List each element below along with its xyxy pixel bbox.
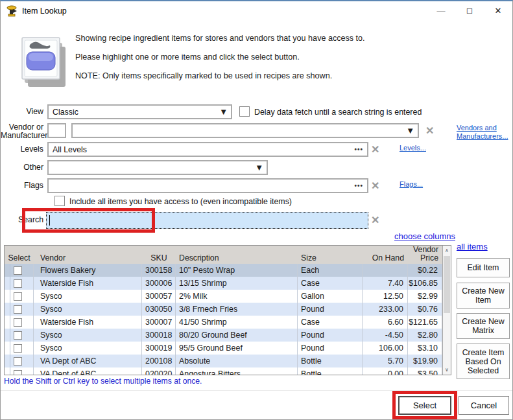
table-header[interactable]: Select Vendor SKU Description Size On Ha…	[5, 246, 451, 264]
scroll-up-icon[interactable]: ∧	[443, 246, 451, 255]
search-label: Search	[1, 215, 43, 224]
create-new-item-button[interactable]: Create New Item	[457, 283, 510, 309]
edit-item-button[interactable]: Edit Item	[457, 258, 510, 277]
cell-sku: 200108	[142, 355, 176, 368]
table-row[interactable]: Sysco 030050 3/8 Frnech Fries Pound 233.…	[5, 303, 451, 316]
cell-select	[10, 277, 34, 290]
vendors-manufacturers-link[interactable]: Vendors and Manufacturers...	[457, 124, 508, 141]
flags-label: Flags	[1, 181, 43, 190]
header-vendor-price[interactable]: VendorPrice	[408, 246, 442, 264]
table-row[interactable]: Sysco 300019 95/5 Ground Beef Pound 106.…	[5, 342, 451, 355]
cell-select	[10, 355, 34, 368]
cell-vendor-price: $2.80	[408, 329, 442, 342]
select-button[interactable]: Select	[398, 396, 451, 415]
header-sku[interactable]: SKU	[142, 246, 176, 264]
cell-select	[10, 329, 34, 342]
close-button[interactable]: ✕	[484, 1, 512, 21]
cell-vendor-price: $121.65	[408, 316, 442, 329]
flags-clear-icon[interactable]: ✕	[371, 180, 379, 192]
other-dropdown[interactable]: ▼	[47, 160, 268, 175]
row-indicator	[5, 316, 10, 329]
cell-size: Bottle	[298, 368, 363, 375]
cancel-button[interactable]: Cancel	[459, 396, 509, 415]
header-size[interactable]: Size	[298, 246, 363, 264]
row-select-checkbox[interactable]	[14, 370, 22, 376]
cell-vendor: Sysco	[34, 290, 142, 303]
cell-size: Pound	[298, 342, 363, 355]
view-label: View	[1, 107, 43, 116]
all-items-link[interactable]: all items	[457, 242, 488, 251]
search-clear-icon[interactable]: ✕	[371, 214, 379, 226]
window-title: Item Lookup	[22, 6, 67, 16]
row-indicator	[5, 368, 10, 375]
row-select-checkbox[interactable]	[14, 292, 22, 301]
levels-value: All Levels	[53, 145, 87, 154]
header-vendor[interactable]: Vendor	[34, 246, 142, 264]
include-all-items-label: Include all items you have access to (ev…	[69, 197, 292, 206]
cell-description: Absolute	[176, 355, 298, 368]
cell-description: 3/8 Frnech Fries	[176, 303, 298, 316]
view-dropdown[interactable]: Classic ▼	[47, 104, 232, 119]
ellipsis-button[interactable]: •••	[354, 182, 363, 189]
header-on-hand[interactable]: On Hand	[363, 246, 408, 264]
row-select-checkbox[interactable]	[14, 266, 22, 275]
cell-size: Bottle	[298, 355, 363, 368]
cell-description: 41/50 Shrimp	[176, 316, 298, 329]
header-select[interactable]: Select	[5, 246, 34, 264]
cell-vendor: VA Dept of ABC	[34, 355, 142, 368]
table-row[interactable]: Flowers Bakery 300158 10" Pesto Wrap Eac…	[5, 264, 451, 277]
scroll-down-icon[interactable]: ∨	[443, 365, 451, 375]
row-select-checkbox[interactable]	[14, 305, 22, 314]
cell-select	[10, 290, 34, 303]
cell-vendor: Sysco	[34, 303, 142, 316]
levels-clear-icon[interactable]: ✕	[371, 143, 379, 156]
table-row[interactable]: Sysco 300057 2% Milk Gallon 12.50 $2.99	[5, 290, 451, 303]
vendor-dropdown[interactable]: ▼	[71, 123, 419, 138]
row-indicator	[5, 277, 10, 290]
include-all-items-checkbox[interactable]	[54, 196, 65, 206]
items-table[interactable]: Select Vendor SKU Description Size On Ha…	[4, 245, 451, 375]
cell-sku: 300019	[142, 342, 176, 355]
other-label: Other	[1, 163, 43, 172]
flags-link[interactable]: Flags...	[400, 180, 423, 188]
delay-fetch-checkbox[interactable]	[239, 106, 250, 117]
app-icon	[6, 5, 18, 17]
levels-link[interactable]: Levels...	[400, 144, 426, 152]
row-select-checkbox[interactable]	[14, 279, 22, 288]
create-new-matrix-button[interactable]: Create New Matrix	[457, 313, 510, 339]
table-row[interactable]: Sysco 300018 80/20 Ground Beef Pound -4.…	[5, 329, 451, 342]
cell-on-hand: -4.50	[363, 329, 408, 342]
cell-sku: 030050	[142, 303, 176, 316]
vendor-clear-icon[interactable]: ✕	[425, 124, 434, 137]
cell-select	[10, 264, 34, 277]
minimize-button[interactable]: —	[427, 1, 455, 21]
cell-on-hand: 233.00	[363, 303, 408, 316]
table-row[interactable]: VA Dept of ABC 200108 Absolute Bottle 5.…	[5, 355, 451, 368]
titlebar[interactable]: Item Lookup — ☐ ✕	[1, 1, 512, 21]
cell-select	[10, 303, 34, 316]
row-select-checkbox[interactable]	[14, 357, 22, 366]
delay-fetch-label: Delay data fetch until a search string i…	[254, 108, 422, 117]
flags-field[interactable]: •••	[47, 178, 368, 193]
maximize-button[interactable]: ☐	[455, 1, 484, 21]
levels-label: Levels	[1, 145, 43, 154]
table-scrollbar[interactable]: ∧ ∨	[442, 246, 451, 375]
vendor-code-input[interactable]	[47, 123, 66, 138]
create-item-based-on-selected-button[interactable]: Create Item Based On Selected	[457, 344, 510, 379]
levels-field[interactable]: All Levels •••	[47, 142, 368, 157]
search-input[interactable]	[46, 212, 368, 229]
choose-columns-link[interactable]: choose columns	[394, 231, 455, 241]
scrollbar-thumb[interactable]	[444, 256, 450, 313]
row-select-checkbox[interactable]	[14, 344, 22, 353]
header-description[interactable]: Description	[176, 246, 298, 264]
ellipsis-button[interactable]: •••	[354, 146, 363, 153]
table-row[interactable]: Waterside Fish 300007 41/50 Shrimp Case …	[5, 316, 451, 329]
row-select-checkbox[interactable]	[14, 318, 22, 327]
table-row[interactable]: VA Dept of ABC 020020 Angostura Bitters …	[5, 368, 451, 375]
cell-on-hand: 12.50	[363, 290, 408, 303]
cell-on-hand: 5.70	[363, 355, 408, 368]
chevron-down-icon: ▼	[219, 107, 228, 117]
cell-vendor: Waterside Fish	[34, 277, 142, 290]
table-row[interactable]: Waterside Fish 300006 13/15 Shrimp Case …	[5, 277, 451, 290]
row-select-checkbox[interactable]	[14, 331, 22, 340]
